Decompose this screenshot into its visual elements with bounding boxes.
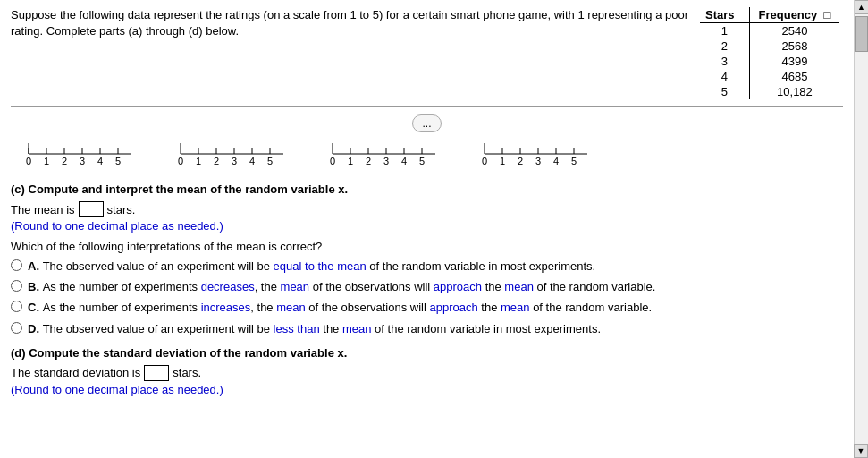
section-d: (d) Compute the standard deviation of th… [11, 346, 843, 396]
svg-text:1: 1 [44, 156, 49, 166]
svg-text:0: 0 [482, 156, 487, 166]
table-row: 44685 [700, 69, 839, 84]
mean-round-note: (Round to one decimal place as needed.) [11, 219, 843, 233]
option-label-c: C. As the number of experiments increase… [28, 300, 652, 316]
option-id-c: C. [28, 301, 43, 314]
option-label-d: D. The observed value of an experiment w… [28, 321, 601, 337]
stars-cell: 2 [700, 38, 749, 54]
svg-text:0: 0 [178, 156, 183, 166]
main-container: Suppose the following data represent the… [0, 0, 868, 458]
svg-text:3: 3 [232, 156, 237, 166]
svg-text:3: 3 [80, 156, 85, 166]
option-id-a: A. [28, 259, 43, 273]
mean-prefix: The mean is [11, 203, 75, 216]
freq-cell: 2568 [749, 38, 839, 54]
svg-text:2: 2 [518, 156, 523, 166]
svg-text:4: 4 [97, 156, 103, 166]
table-row: 510,182 [700, 84, 839, 99]
intro-text: Suppose the following data represent the… [11, 7, 690, 99]
svg-text:2: 2 [62, 156, 67, 166]
data-table: Stars Frequency □ 1254022568343994468551… [700, 7, 839, 99]
mean-input[interactable] [79, 201, 104, 217]
svg-text:3: 3 [535, 156, 541, 166]
table-row: 12540 [700, 23, 839, 39]
stars-cell: 1 [700, 23, 749, 39]
std-input[interactable] [144, 365, 169, 381]
std-prefix: The standard deviation is [11, 366, 140, 379]
svg-text:5: 5 [419, 156, 425, 166]
number-lines-row: 0 1 2 3 4 5 [11, 138, 843, 172]
stars-cell: 4 [700, 69, 749, 84]
option-label-a: A. The observed value of an experiment w… [28, 259, 595, 275]
svg-text:4: 4 [553, 156, 559, 166]
table-row: 22568 [700, 38, 839, 54]
svg-text:1: 1 [196, 156, 201, 166]
option-radio-b[interactable] [11, 280, 22, 292]
stars-cell: 5 [700, 84, 749, 99]
table-area: Stars Frequency □ 1254022568343994468551… [700, 7, 843, 99]
svg-text:1: 1 [500, 156, 505, 166]
svg-text:3: 3 [383, 156, 389, 166]
number-line-svg-1: 0 1 2 3 4 5 [20, 138, 136, 172]
intro-paragraph: Suppose the following data represent the… [11, 8, 688, 38]
mean-question: Which of the following interpretations o… [11, 240, 843, 253]
section-d-label: (d) Compute the standard deviation of th… [11, 346, 843, 360]
std-round-note: (Round to one decimal place as needed.) [11, 383, 843, 396]
option-label-b: B. As the number of experiments decrease… [28, 279, 655, 295]
section-c-label: (c) Compute and interpret the mean of th… [11, 182, 843, 196]
svg-text:4: 4 [249, 156, 255, 166]
svg-text:5: 5 [115, 156, 121, 166]
svg-text:2: 2 [214, 156, 219, 166]
option-radio-d[interactable] [11, 322, 22, 334]
section-c: (c) Compute and interpret the mean of th… [11, 182, 843, 337]
down-arrow-icon: ▼ [857, 446, 865, 455]
svg-text:1: 1 [348, 156, 353, 166]
number-line-4: 0 1 2 3 4 5 [476, 138, 592, 172]
freq-cell: 4685 [749, 69, 839, 84]
options-list: A. The observed value of an experiment w… [11, 259, 843, 337]
svg-text:0: 0 [330, 156, 335, 166]
scrollbar: ▲ ▼ [854, 0, 868, 458]
stars-cell: 3 [700, 54, 749, 69]
option-item-b: B. As the number of experiments decrease… [11, 279, 843, 295]
up-arrow-icon: ▲ [857, 3, 865, 12]
option-item-a: A. The observed value of an experiment w… [11, 259, 843, 275]
top-section: Suppose the following data represent the… [11, 7, 843, 107]
content-area: Suppose the following data represent the… [0, 0, 854, 458]
number-line-2: 0 1 2 3 4 5 [172, 138, 288, 172]
number-line-svg-2: 0 1 2 3 4 5 [172, 138, 288, 172]
scrollbar-thumb[interactable] [855, 16, 868, 52]
number-line-3: 0 1 2 3 4 5 [324, 138, 440, 172]
number-line-svg-4: 0 1 2 3 4 5 [476, 138, 592, 172]
number-line-1: 0 1 2 3 4 5 [20, 138, 136, 172]
col-frequency: Frequency □ [749, 7, 839, 23]
std-suffix: stars. [173, 366, 201, 379]
std-line: The standard deviation is stars. [11, 365, 843, 381]
col-stars: Stars [700, 7, 749, 23]
freq-cell: 2540 [749, 23, 839, 39]
svg-text:0: 0 [26, 156, 31, 166]
option-item-c: C. As the number of experiments increase… [11, 300, 843, 316]
svg-text:4: 4 [401, 156, 407, 166]
more-button[interactable]: ... [412, 114, 441, 132]
more-button-row: ... [11, 114, 843, 132]
option-id-d: D. [28, 322, 43, 335]
scrollbar-up-button[interactable]: ▲ [855, 0, 869, 14]
svg-text:2: 2 [366, 156, 371, 166]
number-line-svg-3: 0 1 2 3 4 5 [324, 138, 440, 172]
svg-text:5: 5 [267, 156, 273, 166]
table-row: 34399 [700, 54, 839, 69]
option-item-d: D. The observed value of an experiment w… [11, 321, 843, 337]
option-radio-c[interactable] [11, 301, 22, 312]
mean-line: The mean is stars. [11, 201, 843, 217]
option-id-b: B. [28, 280, 43, 293]
scrollbar-down-button[interactable]: ▼ [854, 444, 868, 458]
freq-cell: 4399 [749, 54, 839, 69]
mean-suffix: stars. [107, 203, 136, 216]
option-radio-a[interactable] [11, 259, 22, 271]
svg-text:5: 5 [571, 156, 577, 166]
freq-cell: 10,182 [749, 84, 839, 99]
